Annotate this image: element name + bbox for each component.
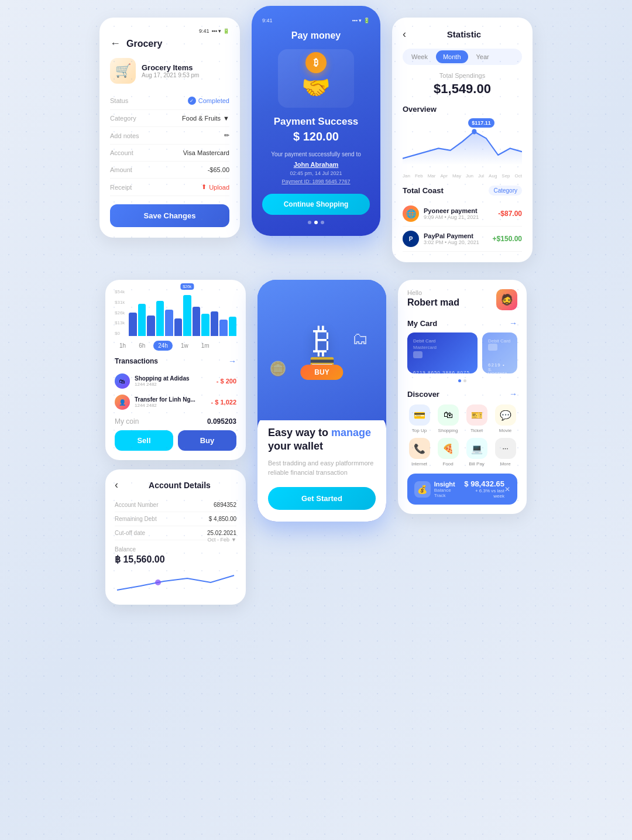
- get-started-button[interactable]: Get Started: [268, 487, 376, 510]
- payment-id: Payment ID: 1898 5645 7767: [262, 179, 370, 184]
- hello-text: Hello: [407, 289, 459, 296]
- chart-x-labels: Jan Feb Mar Apr May Jun Jul Aug Sep Oct: [403, 173, 522, 179]
- paypal-amount: +$150.00: [493, 235, 522, 243]
- bar-9: [201, 314, 209, 336]
- ticket-label: Ticket: [470, 428, 483, 433]
- credit-card-1: Debit Card Mastercard 6219 8650 3886 807…: [407, 332, 478, 373]
- transfer-num: 1244 2482: [135, 403, 195, 408]
- paypal-time: 3:02 PM • Aug 20, 2021: [424, 239, 479, 245]
- card-dots: [407, 379, 517, 382]
- save-changes-button[interactable]: Save Changes: [110, 204, 229, 227]
- discover-ticket[interactable]: 🎫 Ticket: [465, 404, 489, 433]
- bars-container: $26k: [115, 289, 236, 336]
- filter-6h[interactable]: 6h: [134, 341, 150, 351]
- account-number-row: Account Number 6894352: [115, 498, 236, 512]
- category-badge[interactable]: Category: [489, 186, 522, 196]
- balance-label: Balance: [115, 546, 236, 553]
- svg-point-0: [472, 129, 476, 134]
- insight-close-icon[interactable]: ✕: [504, 485, 510, 493]
- filter-1m[interactable]: 1m: [197, 341, 214, 351]
- bar-3: [147, 316, 155, 336]
- tab-year[interactable]: Year: [469, 50, 496, 63]
- buy-badge: BUY: [300, 365, 343, 380]
- discover-label: Discover: [407, 390, 439, 399]
- user-name: Robert mad: [407, 297, 459, 308]
- total-spendings-amount: $1,549.00: [403, 81, 522, 97]
- payment-success-title: Payment Success: [262, 116, 370, 128]
- discover-shopping[interactable]: 🛍 Shopping: [436, 404, 460, 433]
- discover-internet[interactable]: 📞 Internet: [407, 438, 431, 467]
- account-back-icon[interactable]: ‹: [115, 479, 118, 491]
- my-card-label: My Card: [407, 319, 437, 328]
- tab-month[interactable]: Month: [436, 50, 468, 63]
- balance-section: Oct - Feb ▼ Balance ฿ 15,560.00: [115, 546, 236, 565]
- total-coast-label: Total Coast: [403, 186, 444, 195]
- wallet-content: Easy way to manageyour wallet Best tradd…: [257, 414, 386, 522]
- balance-chart: [115, 570, 236, 593]
- sell-button[interactable]: Sell: [115, 430, 173, 451]
- shopping-icon: 🛍: [438, 404, 459, 426]
- svg-point-1: [155, 580, 161, 585]
- my-coin-label: My coin: [115, 417, 139, 426]
- buy-button[interactable]: Buy: [178, 430, 236, 451]
- overview-label: Overview: [403, 105, 522, 114]
- account-title: Account Details: [123, 481, 236, 490]
- grocery-icon: 🛒: [110, 58, 136, 84]
- continue-shopping-button[interactable]: Continue Shopping: [262, 194, 370, 215]
- filter-1w[interactable]: 1w: [176, 341, 193, 351]
- balance-value: ฿ 15,560.00: [115, 554, 236, 565]
- discover-more[interactable]: ··· More: [493, 438, 517, 467]
- category-value: Food & Fruits ▼: [182, 115, 229, 122]
- movie-icon: 💬: [495, 404, 516, 426]
- account-value: Visa Mastercard: [183, 149, 229, 156]
- bar-11: [219, 320, 228, 336]
- pyoneer-icon: 🌐: [403, 205, 419, 222]
- stat-title: Statistic: [406, 29, 522, 39]
- status-value: Completed: [188, 97, 229, 105]
- filter-24h[interactable]: 24h: [153, 341, 173, 351]
- total-spendings-label: Total Spendings: [403, 72, 522, 79]
- pyoneer-transaction: 🌐 Pyoneer payment 9:09 AM • Aug 21, 2021…: [403, 201, 522, 227]
- receipt-row: Receipt ⬆ Upload: [110, 179, 229, 196]
- pay-illustration: ₿ 🤝: [278, 49, 354, 108]
- transfer-amount: - $ 1,022: [211, 399, 236, 406]
- sell-buy-buttons: Sell Buy: [115, 430, 236, 451]
- discover-movie[interactable]: 💬 Movie: [493, 404, 517, 433]
- pyoneer-time: 9:09 AM • Aug 21, 2021: [424, 214, 479, 220]
- notes-row: Add notes ✏: [110, 127, 229, 145]
- ticket-icon: 🎫: [466, 404, 487, 426]
- payment-recipient: John Abraham: [262, 161, 370, 168]
- discover-food[interactable]: 🍕 Food: [436, 438, 460, 467]
- shopping-label: Shopping: [438, 428, 458, 433]
- transactions-section: Transactions → 🛍 Shopping at Adidas 1244…: [115, 356, 236, 413]
- account-number-value: 6894352: [214, 502, 236, 508]
- back-arrow-icon[interactable]: ←: [110, 37, 121, 50]
- payment-time: 02:45 pm, 14 Jul 2021: [262, 170, 370, 176]
- filter-1h[interactable]: 1h: [115, 341, 130, 351]
- insight-icon: 💰: [414, 481, 431, 498]
- crypto-chart-card: $54k $31k $26k $13k $0 $2: [105, 280, 246, 460]
- discover-billpay[interactable]: 💻 Bill Pay: [465, 438, 489, 467]
- adidas-icon: 🛍: [115, 373, 130, 389]
- transactions-arrow[interactable]: →: [228, 356, 236, 366]
- grocery-item-date: Aug 17, 2021 9:53 pm: [142, 72, 199, 78]
- line-chart: [403, 118, 522, 165]
- remaining-debt-value: $ 4,850.00: [209, 516, 236, 522]
- bar-7-selected: $26k: [183, 295, 191, 336]
- discover-arrow[interactable]: →: [509, 389, 517, 399]
- bitcoin-badge: ₿: [305, 52, 327, 73]
- amount-row: Amount -$65.00: [110, 162, 229, 179]
- status-bar: 9:41 ▪▪▪ ▾ 🔋: [110, 28, 229, 34]
- bar-8: [193, 307, 201, 336]
- my-card-arrow[interactable]: →: [509, 318, 517, 328]
- card-slider: Debit Card Mastercard 6219 8650 3886 807…: [407, 332, 517, 373]
- tab-week[interactable]: Week: [404, 50, 435, 63]
- bar-2: [138, 304, 146, 336]
- cutoff-value: 25.02.2021: [207, 530, 236, 536]
- card-chip: [413, 351, 423, 358]
- remaining-debt-row: Remaining Debt $ 4,850.00: [115, 512, 236, 526]
- transfer-icon: 👤: [115, 395, 130, 410]
- billpay-label: Bill Pay: [469, 461, 485, 467]
- discover-topup[interactable]: 💳 Top Up: [407, 404, 431, 433]
- transactions-title: Transactions: [115, 357, 158, 365]
